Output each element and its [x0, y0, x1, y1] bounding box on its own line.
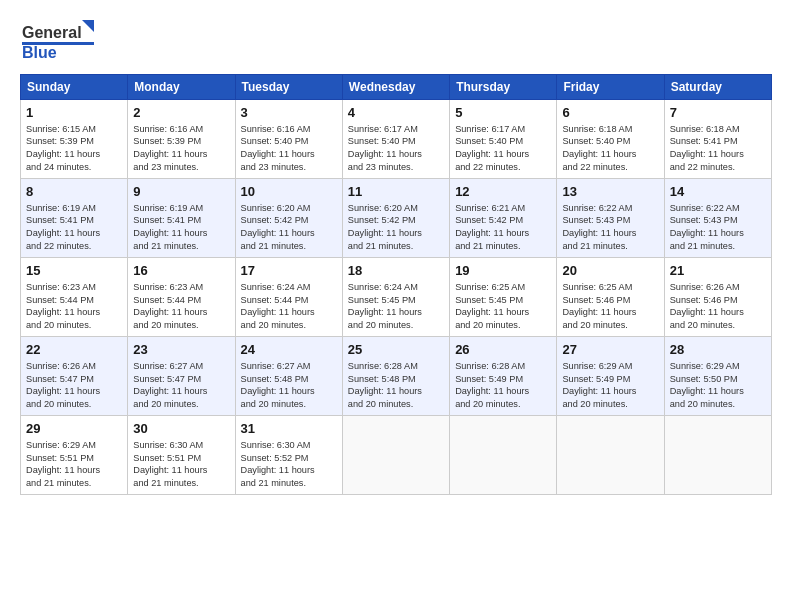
day-number: 8 — [26, 183, 122, 201]
calendar-cell: 27 Sunrise: 6:29 AMSunset: 5:49 PMDaylig… — [557, 337, 664, 416]
calendar-cell: 7 Sunrise: 6:18 AMSunset: 5:41 PMDayligh… — [664, 100, 771, 179]
weekday-header-wednesday: Wednesday — [342, 75, 449, 100]
day-info: Sunrise: 6:23 AMSunset: 5:44 PMDaylight:… — [26, 282, 100, 331]
day-number: 10 — [241, 183, 337, 201]
calendar-week-3: 15 Sunrise: 6:23 AMSunset: 5:44 PMDaylig… — [21, 258, 772, 337]
day-number: 14 — [670, 183, 766, 201]
day-info: Sunrise: 6:22 AMSunset: 5:43 PMDaylight:… — [562, 203, 636, 252]
calendar-week-5: 29 Sunrise: 6:29 AMSunset: 5:51 PMDaylig… — [21, 416, 772, 495]
calendar-week-1: 1 Sunrise: 6:15 AMSunset: 5:39 PMDayligh… — [21, 100, 772, 179]
calendar-cell: 26 Sunrise: 6:28 AMSunset: 5:49 PMDaylig… — [450, 337, 557, 416]
weekday-header-thursday: Thursday — [450, 75, 557, 100]
calendar-cell: 22 Sunrise: 6:26 AMSunset: 5:47 PMDaylig… — [21, 337, 128, 416]
day-info: Sunrise: 6:27 AMSunset: 5:47 PMDaylight:… — [133, 361, 207, 410]
calendar-week-2: 8 Sunrise: 6:19 AMSunset: 5:41 PMDayligh… — [21, 179, 772, 258]
day-info: Sunrise: 6:17 AMSunset: 5:40 PMDaylight:… — [348, 124, 422, 173]
day-number: 17 — [241, 262, 337, 280]
day-info: Sunrise: 6:30 AMSunset: 5:51 PMDaylight:… — [133, 440, 207, 489]
calendar-cell: 6 Sunrise: 6:18 AMSunset: 5:40 PMDayligh… — [557, 100, 664, 179]
day-info: Sunrise: 6:18 AMSunset: 5:40 PMDaylight:… — [562, 124, 636, 173]
day-number: 18 — [348, 262, 444, 280]
day-number: 29 — [26, 420, 122, 438]
day-number: 24 — [241, 341, 337, 359]
calendar-cell: 16 Sunrise: 6:23 AMSunset: 5:44 PMDaylig… — [128, 258, 235, 337]
day-number: 30 — [133, 420, 229, 438]
calendar-cell — [450, 416, 557, 495]
calendar-cell — [557, 416, 664, 495]
calendar-cell: 30 Sunrise: 6:30 AMSunset: 5:51 PMDaylig… — [128, 416, 235, 495]
day-number: 9 — [133, 183, 229, 201]
day-number: 5 — [455, 104, 551, 122]
calendar-cell: 21 Sunrise: 6:26 AMSunset: 5:46 PMDaylig… — [664, 258, 771, 337]
day-info: Sunrise: 6:29 AMSunset: 5:51 PMDaylight:… — [26, 440, 100, 489]
svg-marker-1 — [82, 20, 94, 32]
day-info: Sunrise: 6:25 AMSunset: 5:46 PMDaylight:… — [562, 282, 636, 331]
day-number: 16 — [133, 262, 229, 280]
calendar-cell: 3 Sunrise: 6:16 AMSunset: 5:40 PMDayligh… — [235, 100, 342, 179]
day-number: 23 — [133, 341, 229, 359]
weekday-header-friday: Friday — [557, 75, 664, 100]
day-number: 25 — [348, 341, 444, 359]
calendar-cell: 31 Sunrise: 6:30 AMSunset: 5:52 PMDaylig… — [235, 416, 342, 495]
calendar-cell: 20 Sunrise: 6:25 AMSunset: 5:46 PMDaylig… — [557, 258, 664, 337]
day-info: Sunrise: 6:19 AMSunset: 5:41 PMDaylight:… — [133, 203, 207, 252]
calendar-cell — [342, 416, 449, 495]
calendar-cell: 10 Sunrise: 6:20 AMSunset: 5:42 PMDaylig… — [235, 179, 342, 258]
day-number: 4 — [348, 104, 444, 122]
calendar-cell: 15 Sunrise: 6:23 AMSunset: 5:44 PMDaylig… — [21, 258, 128, 337]
day-number: 12 — [455, 183, 551, 201]
calendar-cell: 14 Sunrise: 6:22 AMSunset: 5:43 PMDaylig… — [664, 179, 771, 258]
day-number: 31 — [241, 420, 337, 438]
day-info: Sunrise: 6:29 AMSunset: 5:50 PMDaylight:… — [670, 361, 744, 410]
calendar-cell: 11 Sunrise: 6:20 AMSunset: 5:42 PMDaylig… — [342, 179, 449, 258]
calendar-cell: 24 Sunrise: 6:27 AMSunset: 5:48 PMDaylig… — [235, 337, 342, 416]
day-info: Sunrise: 6:18 AMSunset: 5:41 PMDaylight:… — [670, 124, 744, 173]
day-info: Sunrise: 6:29 AMSunset: 5:49 PMDaylight:… — [562, 361, 636, 410]
day-info: Sunrise: 6:27 AMSunset: 5:48 PMDaylight:… — [241, 361, 315, 410]
day-info: Sunrise: 6:20 AMSunset: 5:42 PMDaylight:… — [241, 203, 315, 252]
day-info: Sunrise: 6:16 AMSunset: 5:40 PMDaylight:… — [241, 124, 315, 173]
day-info: Sunrise: 6:19 AMSunset: 5:41 PMDaylight:… — [26, 203, 100, 252]
day-info: Sunrise: 6:24 AMSunset: 5:44 PMDaylight:… — [241, 282, 315, 331]
day-number: 6 — [562, 104, 658, 122]
calendar-cell: 23 Sunrise: 6:27 AMSunset: 5:47 PMDaylig… — [128, 337, 235, 416]
day-info: Sunrise: 6:21 AMSunset: 5:42 PMDaylight:… — [455, 203, 529, 252]
day-number: 2 — [133, 104, 229, 122]
day-info: Sunrise: 6:25 AMSunset: 5:45 PMDaylight:… — [455, 282, 529, 331]
day-number: 7 — [670, 104, 766, 122]
logo: General Blue — [20, 16, 100, 66]
weekday-header-sunday: Sunday — [21, 75, 128, 100]
day-info: Sunrise: 6:28 AMSunset: 5:49 PMDaylight:… — [455, 361, 529, 410]
calendar-cell: 4 Sunrise: 6:17 AMSunset: 5:40 PMDayligh… — [342, 100, 449, 179]
calendar-cell: 18 Sunrise: 6:24 AMSunset: 5:45 PMDaylig… — [342, 258, 449, 337]
calendar-cell: 1 Sunrise: 6:15 AMSunset: 5:39 PMDayligh… — [21, 100, 128, 179]
day-info: Sunrise: 6:20 AMSunset: 5:42 PMDaylight:… — [348, 203, 422, 252]
day-info: Sunrise: 6:28 AMSunset: 5:48 PMDaylight:… — [348, 361, 422, 410]
logo-svg: General Blue — [20, 16, 100, 66]
calendar-cell: 17 Sunrise: 6:24 AMSunset: 5:44 PMDaylig… — [235, 258, 342, 337]
day-info: Sunrise: 6:15 AMSunset: 5:39 PMDaylight:… — [26, 124, 100, 173]
calendar-week-4: 22 Sunrise: 6:26 AMSunset: 5:47 PMDaylig… — [21, 337, 772, 416]
day-number: 15 — [26, 262, 122, 280]
day-info: Sunrise: 6:26 AMSunset: 5:46 PMDaylight:… — [670, 282, 744, 331]
calendar-table: SundayMondayTuesdayWednesdayThursdayFrid… — [20, 74, 772, 495]
day-number: 21 — [670, 262, 766, 280]
calendar-cell: 8 Sunrise: 6:19 AMSunset: 5:41 PMDayligh… — [21, 179, 128, 258]
day-number: 3 — [241, 104, 337, 122]
calendar-cell: 9 Sunrise: 6:19 AMSunset: 5:41 PMDayligh… — [128, 179, 235, 258]
day-info: Sunrise: 6:16 AMSunset: 5:39 PMDaylight:… — [133, 124, 207, 173]
calendar-cell: 5 Sunrise: 6:17 AMSunset: 5:40 PMDayligh… — [450, 100, 557, 179]
calendar-cell: 25 Sunrise: 6:28 AMSunset: 5:48 PMDaylig… — [342, 337, 449, 416]
calendar-cell: 28 Sunrise: 6:29 AMSunset: 5:50 PMDaylig… — [664, 337, 771, 416]
calendar-cell — [664, 416, 771, 495]
day-info: Sunrise: 6:24 AMSunset: 5:45 PMDaylight:… — [348, 282, 422, 331]
svg-text:General: General — [22, 24, 82, 41]
day-info: Sunrise: 6:30 AMSunset: 5:52 PMDaylight:… — [241, 440, 315, 489]
calendar-cell: 19 Sunrise: 6:25 AMSunset: 5:45 PMDaylig… — [450, 258, 557, 337]
weekday-header-saturday: Saturday — [664, 75, 771, 100]
calendar-cell: 12 Sunrise: 6:21 AMSunset: 5:42 PMDaylig… — [450, 179, 557, 258]
day-info: Sunrise: 6:26 AMSunset: 5:47 PMDaylight:… — [26, 361, 100, 410]
day-number: 19 — [455, 262, 551, 280]
day-number: 1 — [26, 104, 122, 122]
day-number: 22 — [26, 341, 122, 359]
